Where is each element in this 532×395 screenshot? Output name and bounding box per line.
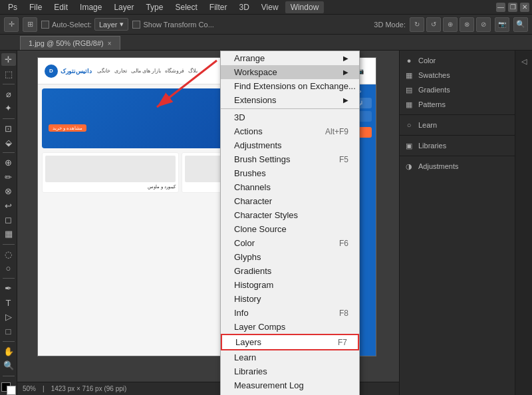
menu-item-extensions[interactable]: Extensions ▶ <box>221 93 359 107</box>
menu-item-arrange[interactable]: Arrange ▶ <box>221 51 359 65</box>
panel-item-swatches[interactable]: ▦ Swatches <box>400 68 532 82</box>
menu-item-workspace[interactable]: Workspace ▶ <box>221 65 359 79</box>
menu-item-brush-settings[interactable]: Brush Settings F5 <box>221 152 359 166</box>
menu-item-gradients[interactable]: Gradients <box>221 264 359 278</box>
toolbar-separator-4 <box>3 244 15 245</box>
learn-panel-label: Learn <box>418 121 437 129</box>
3d-scale-icon[interactable]: ⊘ <box>476 17 491 32</box>
path-selection-button[interactable]: ▷ <box>1 311 16 323</box>
menu-item-character-styles[interactable]: Character Styles <box>221 208 359 222</box>
menu-item-layers-label: Layers <box>235 337 261 347</box>
site-nav: خانگی تجاری بازار های مالی فروشگاه بلاگ <box>97 68 198 74</box>
panel-separator-3 <box>400 156 532 156</box>
select-menu[interactable]: Select <box>170 1 202 13</box>
gradient-tool-button[interactable]: ▦ <box>1 227 16 240</box>
ps-menu[interactable]: Ps <box>3 1 23 13</box>
auto-select-checkbox[interactable] <box>41 21 49 29</box>
move-tool-icon[interactable]: ✛ <box>4 17 19 32</box>
toolbar-separator-2 <box>3 118 15 119</box>
window-menu[interactable]: Window <box>285 1 325 13</box>
3d-pan-icon[interactable]: ⊕ <box>443 17 458 32</box>
mini-panel-toggle[interactable]: ◁ <box>517 55 531 68</box>
3d-rotate-icon[interactable]: ↻ <box>410 17 424 32</box>
lasso-tool-button[interactable]: ⌀ <box>1 88 16 100</box>
panel-item-color[interactable]: ● Color <box>400 53 532 68</box>
show-transform-checkbox[interactable] <box>132 21 140 29</box>
document-tab[interactable]: 1.jpg @ 50% (RGB/8#) × <box>20 36 120 50</box>
history-brush-button[interactable]: ↩ <box>1 199 16 211</box>
menu-item-channels[interactable]: Channels <box>221 180 359 194</box>
3d-menu[interactable]: 3D <box>233 1 254 13</box>
crop-tool-button[interactable]: ⊡ <box>1 122 16 134</box>
menu-item-character[interactable]: Character <box>221 194 359 208</box>
menu-item-libraries[interactable]: Libraries <box>221 364 359 378</box>
arrange-icon[interactable]: ⊞ <box>23 17 37 32</box>
menu-item-layer-comps-label: Layer Comps <box>234 322 285 332</box>
background-color[interactable] <box>7 386 16 395</box>
menu-item-navigator[interactable]: Navigator <box>221 392 359 395</box>
menu-item-channels-label: Channels <box>234 182 271 192</box>
panel-item-learn[interactable]: ○ Learn <box>400 118 532 132</box>
menu-item-clone-source[interactable]: Clone Source <box>221 222 359 236</box>
menu-item-layer-comps[interactable]: Layer Comps <box>221 320 359 334</box>
view-menu[interactable]: View <box>256 1 284 13</box>
close-button[interactable]: ✕ <box>520 3 529 12</box>
shape-tool-button[interactable]: □ <box>1 325 16 338</box>
menu-item-info[interactable]: Info F8 <box>221 306 359 320</box>
healing-brush-button[interactable]: ⊕ <box>1 156 16 169</box>
hand-tool-button[interactable]: ✋ <box>1 345 16 358</box>
panel-item-adjustments[interactable]: ◑ Adjustments <box>400 159 532 174</box>
camera-icon[interactable]: 📷 <box>495 17 509 32</box>
menu-item-color[interactable]: Color F6 <box>221 236 359 250</box>
layer-dropdown[interactable]: Layer ▾ <box>94 18 129 31</box>
search-icon[interactable]: 🔍 <box>513 17 528 32</box>
menu-item-measurement-log[interactable]: Measurement Log <box>221 378 359 392</box>
tab-close-icon[interactable]: × <box>108 40 112 47</box>
selection-tool-button[interactable]: ⬚ <box>1 67 16 80</box>
menu-item-glyphs[interactable]: Glyphs <box>221 250 359 264</box>
restore-button[interactable]: ❐ <box>508 3 517 12</box>
clone-stamp-button[interactable]: ⊗ <box>1 185 16 198</box>
file-menu[interactable]: File <box>24 1 47 13</box>
options-right: 3D Mode: ↻ ↺ ⊕ ⊗ ⊘ 📷 🔍 <box>374 17 528 32</box>
menu-bar: Ps File Edit Image Layer Type Select Fil… <box>0 0 532 15</box>
menu-item-learn[interactable]: Learn <box>221 350 359 364</box>
panel-item-gradients[interactable]: ▤ Gradients <box>400 82 532 97</box>
3d-slide-icon[interactable]: ⊗ <box>460 17 474 32</box>
patterns-panel-label: Patterns <box>418 100 446 108</box>
panel-item-patterns[interactable]: ▦ Patterns <box>400 97 532 112</box>
dodge-tool-button[interactable]: ○ <box>1 262 16 275</box>
3d-roll-icon[interactable]: ↺ <box>426 17 441 32</box>
layer-menu[interactable]: Layer <box>108 1 139 13</box>
menu-item-brush-settings-label: Brush Settings <box>234 154 291 164</box>
menu-item-actions[interactable]: Actions Alt+F9 <box>221 124 359 138</box>
menu-item-adjustments[interactable]: Adjustments <box>221 138 359 152</box>
panel-item-libraries[interactable]: ▣ Libraries <box>400 138 532 153</box>
type-menu[interactable]: Type <box>140 1 168 13</box>
text-tool-button[interactable]: T <box>1 297 16 309</box>
brush-tool-button[interactable]: ✏ <box>1 171 16 184</box>
edit-menu[interactable]: Edit <box>49 1 73 13</box>
eraser-tool-button[interactable]: ◻ <box>1 213 16 226</box>
filter-menu[interactable]: Filter <box>204 1 233 13</box>
menu-item-history[interactable]: History <box>221 292 359 306</box>
tab-filename: 1.jpg @ 50% (RGB/8#) <box>29 39 104 47</box>
brush-settings-shortcut: F5 <box>339 155 348 164</box>
main-layout: ✛ ⬚ ⌀ ✦ ⊡ ⬙ ⊕ ✏ ⊗ ↩ ◻ ▦ ◌ ○ ✒ T ▷ □ ✋ 🔍 <box>0 51 532 395</box>
image-menu[interactable]: Image <box>74 1 107 13</box>
toolbar-separator-1 <box>3 84 15 84</box>
menu-item-brushes[interactable]: Brushes <box>221 166 359 180</box>
color-swatches[interactable] <box>1 382 16 395</box>
pen-tool-button[interactable]: ✒ <box>1 282 16 295</box>
menu-item-3d[interactable]: 3D <box>221 110 359 124</box>
eyedropper-tool-button[interactable]: ⬙ <box>1 136 16 149</box>
zoom-tool-button[interactable]: 🔍 <box>1 359 16 372</box>
blur-tool-button[interactable]: ◌ <box>1 248 16 261</box>
menu-item-find-extensions[interactable]: Find Extensions on Exchange... <box>221 79 359 93</box>
move-tool-button[interactable]: ✛ <box>1 53 16 66</box>
panel-separator-2 <box>400 135 532 136</box>
menu-item-histogram[interactable]: Histogram <box>221 278 359 292</box>
minimize-button[interactable]: — <box>496 3 505 12</box>
magic-wand-button[interactable]: ✦ <box>1 102 16 114</box>
menu-item-layers[interactable]: Layers F7 <box>221 334 359 350</box>
